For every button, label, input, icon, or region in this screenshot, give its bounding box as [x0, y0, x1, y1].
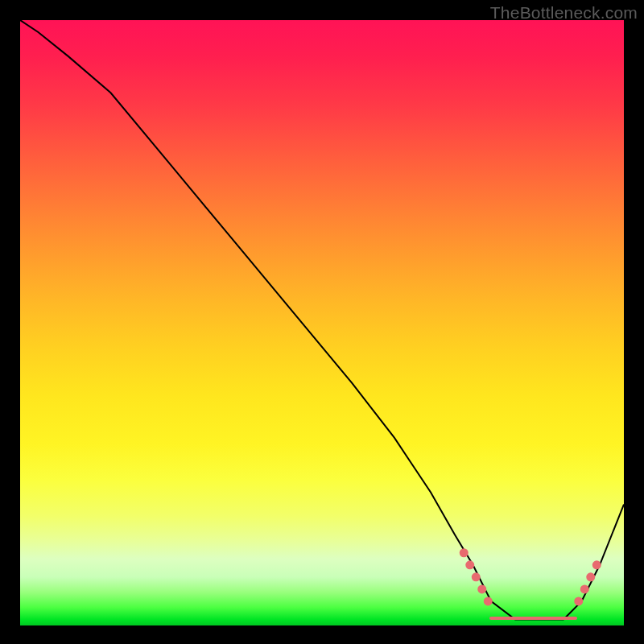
curve-marker — [592, 560, 601, 569]
curve-marker — [484, 597, 493, 605]
curve-marker — [477, 584, 486, 593]
plot-area — [20, 20, 624, 625]
curve-marker — [472, 572, 481, 581]
bottleneck-curve — [20, 20, 624, 619]
chart-frame: TheBottleneck.com — [0, 0, 644, 644]
marker-group-left — [460, 548, 493, 605]
curve-marker — [586, 572, 595, 581]
curve-marker — [460, 548, 469, 557]
curve-marker — [580, 584, 589, 593]
watermark-text: TheBottleneck.com — [490, 3, 638, 23]
curve-layer — [20, 20, 624, 625]
curve-marker — [574, 597, 583, 605]
curve-marker — [465, 560, 474, 569]
marker-group-right — [574, 560, 601, 605]
